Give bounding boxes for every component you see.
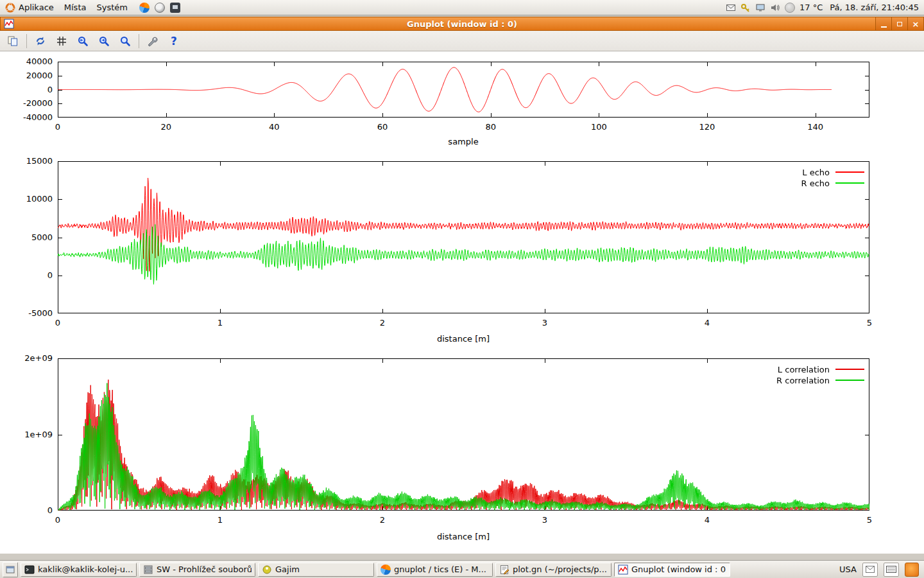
close-button[interactable]: × [907, 17, 923, 30]
menu-places[interactable]: Místa [59, 0, 92, 15]
y-tick-label: -40000 [1, 112, 53, 122]
key-icon[interactable] [740, 3, 751, 13]
legend-label: R echo [801, 179, 830, 188]
echo-chart-xlabel: distance [m] [437, 334, 490, 344]
legend-line-sample [835, 369, 864, 370]
x-tick-label: 2 [363, 515, 402, 525]
toggle-grid-button[interactable] [54, 33, 69, 49]
help-button[interactable]: ? [166, 33, 182, 49]
x-tick-label: 1 [201, 318, 239, 328]
display-icon[interactable] [755, 3, 766, 13]
task-text-editor[interactable]: plot.gn (~/projects/p... [495, 563, 612, 577]
configure-button[interactable] [145, 33, 160, 49]
x-tick-label: 20 [147, 122, 185, 132]
y-tick-label: 40000 [1, 57, 53, 66]
task-gajim[interactable]: Gajim [258, 563, 374, 577]
weather-icon[interactable] [785, 3, 795, 13]
help-launcher-icon[interactable] [155, 3, 165, 13]
file-manager-icon [143, 565, 153, 575]
maximize-icon [897, 22, 902, 26]
x-tick-label: 140 [796, 122, 835, 132]
y-tick-label: -5000 [1, 308, 53, 318]
ubuntu-logo-icon [5, 3, 15, 13]
task-terminal[interactable]: kaklik@kaklik-kolej-u... [21, 563, 137, 577]
gnuplot-titlebar[interactable]: Gnuplot (window id : 0) × [0, 17, 924, 31]
show-desktop-button[interactable] [3, 562, 18, 577]
legend-line-sample [835, 171, 864, 173]
replot-button[interactable] [33, 33, 48, 49]
close-icon: × [912, 20, 920, 28]
task-firefox[interactable]: gnuplot / tics (E) - M... [377, 563, 493, 577]
minimize-button[interactable] [875, 17, 891, 30]
text-editor-icon [499, 565, 509, 575]
x-tick-label: 60 [363, 122, 402, 132]
grid-icon [56, 36, 67, 46]
zoom-next-button[interactable] [96, 33, 112, 49]
top-panel: Aplikace Místa Systém [0, 0, 924, 15]
zoom-previous-button[interactable] [75, 33, 90, 49]
y-tick-label: 0 [1, 505, 53, 515]
maximize-button[interactable] [891, 17, 907, 30]
chirp-chart-xlabel: sample [448, 137, 478, 146]
volume-icon[interactable] [770, 3, 780, 13]
mail-icon [866, 566, 875, 573]
menu-system-label: Systém [96, 3, 127, 12]
keyboard-icon [886, 566, 896, 573]
autoscale-button[interactable] [117, 33, 133, 49]
menu-places-label: Místa [64, 3, 87, 12]
gnuplot-window-icon [4, 19, 14, 29]
x-tick-label: 4 [688, 515, 726, 525]
task-gnuplot[interactable]: Gnuplot (window id : 0) [614, 563, 730, 577]
mail-notification-icon[interactable] [726, 3, 736, 13]
desktop: Aplikace Místa Systém [0, 0, 924, 578]
menu-applications-label: Aplikace [19, 3, 54, 12]
x-tick-label: 3 [526, 318, 564, 328]
window-controls: × [875, 17, 923, 30]
taskbar-tray: USA [839, 563, 921, 577]
firefox-launcher-icon[interactable] [139, 3, 150, 13]
menu-system[interactable]: Systém [91, 0, 132, 15]
legend-line-sample [835, 380, 864, 381]
x-tick-label: 100 [579, 122, 618, 132]
panel-tray: 17 °C Pá, 18. září, 21:40:45 [726, 3, 924, 13]
task-label: Gajim [275, 565, 300, 574]
autoscale-icon [119, 35, 131, 47]
correlation-chart-canvas[interactable] [58, 358, 869, 511]
x-tick-label: 5 [850, 318, 889, 328]
copy-icon [7, 35, 19, 47]
window-title: Gnuplot (window id : 0) [1, 19, 923, 29]
correlation-chart-xlabel: distance [m] [437, 532, 490, 541]
chirp-chart-canvas[interactable] [58, 62, 869, 118]
x-tick-label: 5 [850, 515, 889, 525]
temperature-readout: 17 °C [800, 3, 823, 12]
keyboard-layout-indicator[interactable]: USA [839, 565, 857, 574]
x-tick-label: 0 [38, 318, 77, 328]
echo-chart-canvas[interactable] [58, 161, 869, 313]
toolbar-separator [139, 34, 139, 48]
trash-applet-icon[interactable] [905, 563, 919, 577]
gnuplot-toolbar: ? [0, 31, 924, 51]
task-label: kaklik@kaklik-kolej-u... [38, 565, 133, 574]
keyboard-tray-button[interactable] [884, 563, 899, 577]
y-tick-label: 5000 [1, 232, 53, 242]
x-tick-label: 0 [38, 515, 77, 525]
copy-clipboard-button[interactable] [5, 33, 21, 49]
x-tick-label: 1 [201, 515, 239, 525]
mail-tray-button[interactable] [862, 563, 878, 577]
x-tick-label: 80 [472, 122, 510, 132]
task-label: Gnuplot (window id : 0) [631, 565, 726, 574]
task-label: SW - Prohlížeč souborů [157, 565, 252, 574]
y-tick-label: -20000 [1, 98, 53, 108]
menu-applications[interactable]: Aplikace [0, 0, 59, 15]
task-file-manager[interactable]: SW - Prohlížeč souborů [139, 563, 255, 577]
toolbar-separator [26, 34, 27, 48]
legend-entry: L correlation [778, 364, 864, 374]
help-icon: ? [171, 35, 177, 48]
y-tick-label: 1e+09 [1, 430, 53, 439]
x-tick-label: 4 [688, 318, 726, 328]
gnuplot-icon [618, 565, 628, 575]
zoom-previous-icon [77, 35, 89, 47]
firefox-icon [381, 565, 391, 575]
clock-applet[interactable]: Pá, 18. září, 21:40:45 [827, 3, 919, 12]
screenshot-launcher-icon[interactable] [170, 3, 180, 13]
